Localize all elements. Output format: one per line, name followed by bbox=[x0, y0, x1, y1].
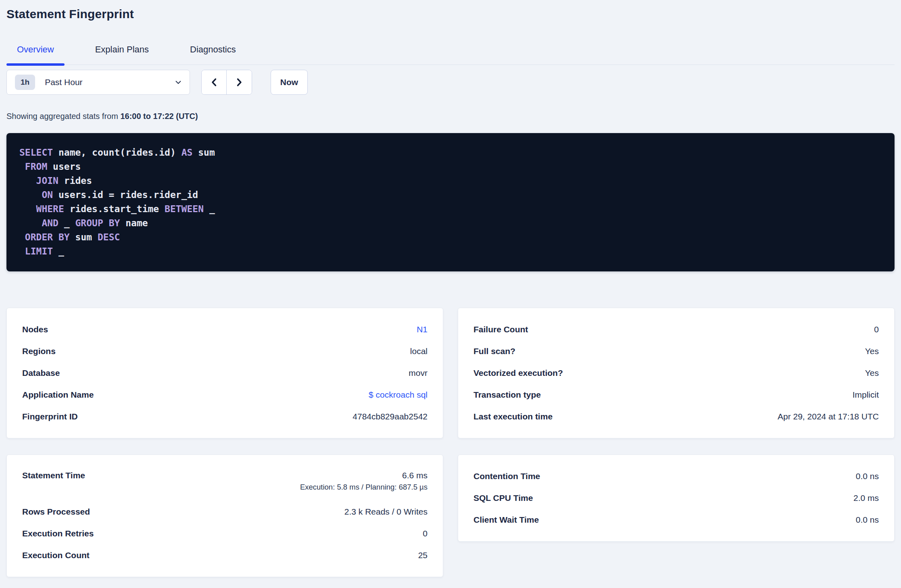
row-value-link[interactable]: $ cockroach sql bbox=[369, 390, 428, 400]
sql-line: JOIN rides bbox=[19, 174, 882, 188]
row-value: Apr 29, 2024 at 17:18 UTC bbox=[778, 412, 879, 421]
next-interval-button[interactable] bbox=[227, 70, 252, 94]
tab-bar: OverviewExplain PlansDiagnostics bbox=[6, 39, 895, 65]
card-row: Execution Retries0 bbox=[22, 523, 428, 544]
row-value-wrap: Yes bbox=[865, 368, 879, 378]
card-row: Failure Count0 bbox=[473, 319, 879, 340]
row-value-wrap: $ cockroach sql bbox=[369, 390, 428, 400]
card-row: Transaction typeImplicit bbox=[473, 384, 879, 406]
row-label: Last execution time bbox=[473, 412, 553, 421]
chevron-down-icon bbox=[175, 79, 181, 85]
card-row: Statement Time6.6 msExecution: 5.8 ms / … bbox=[22, 465, 428, 501]
time-range-label: Past Hour bbox=[45, 77, 175, 87]
row-value: Yes bbox=[865, 346, 879, 356]
card-row: Last execution timeApr 29, 2024 at 17:18… bbox=[473, 406, 879, 427]
card-row: Vectorized execution?Yes bbox=[473, 362, 879, 384]
row-label: Full scan? bbox=[473, 346, 515, 356]
time-controls: 1h Past Hour Now bbox=[6, 70, 895, 95]
tab-overview[interactable]: Overview bbox=[6, 39, 65, 65]
row-value-wrap: 4784cb829aab2542 bbox=[352, 412, 428, 421]
wait-times-card: Contention Time0.0 nsSQL CPU Time2.0 msC… bbox=[458, 455, 895, 542]
row-value-wrap: Apr 29, 2024 at 17:18 UTC bbox=[778, 412, 879, 421]
card-row: Fingerprint ID4784cb829aab2542 bbox=[22, 406, 428, 427]
row-value-wrap: Yes bbox=[865, 346, 879, 356]
row-label: Failure Count bbox=[473, 325, 528, 334]
sql-line: SELECT name, count(rides.id) AS sum bbox=[19, 146, 882, 160]
row-label: Rows Processed bbox=[22, 507, 90, 517]
sql-statement-block: SELECT name, count(rides.id) AS sum FROM… bbox=[6, 133, 895, 271]
chevron-right-icon bbox=[235, 77, 243, 87]
row-value-wrap: local bbox=[410, 346, 428, 356]
row-value: 0 bbox=[874, 325, 879, 334]
row-value-wrap: 2.0 ms bbox=[853, 493, 879, 503]
card-row: Client Wait Time0.0 ns bbox=[473, 509, 879, 531]
previous-interval-button[interactable] bbox=[202, 70, 227, 94]
summary-cards: NodesN1RegionslocalDatabasemovrApplicati… bbox=[6, 308, 895, 577]
row-value: 0.0 ns bbox=[856, 471, 879, 481]
row-value: 4784cb829aab2542 bbox=[352, 412, 428, 421]
row-label: Database bbox=[22, 368, 60, 378]
tab-explain-plans[interactable]: Explain Plans bbox=[85, 39, 159, 65]
time-range-select[interactable]: 1h Past Hour bbox=[6, 70, 190, 95]
chevron-left-icon bbox=[210, 77, 218, 87]
tab-diagnostics[interactable]: Diagnostics bbox=[179, 39, 246, 65]
sql-line: WHERE rides.start_time BETWEEN _ bbox=[19, 202, 882, 216]
sql-code: SELECT name, count(rides.id) AS sum FROM… bbox=[19, 146, 882, 259]
row-label: Transaction type bbox=[473, 390, 541, 400]
page-title: Statement Fingerprint bbox=[6, 6, 895, 21]
row-value: Yes bbox=[865, 368, 879, 378]
row-value-wrap: 2.3 k Reads / 0 Writes bbox=[344, 507, 428, 517]
row-value: 25 bbox=[418, 550, 428, 560]
row-label: Vectorized execution? bbox=[473, 368, 563, 378]
card-row: Rows Processed2.3 k Reads / 0 Writes bbox=[22, 501, 428, 523]
row-label: Regions bbox=[22, 346, 56, 356]
stats-line-prefix: Showing aggregated stats from bbox=[6, 112, 120, 121]
row-value-wrap: 0.0 ns bbox=[856, 471, 879, 481]
row-value-wrap: Implicit bbox=[853, 390, 879, 400]
card-row: Full scan?Yes bbox=[473, 340, 879, 362]
sql-line: AND _ GROUP BY name bbox=[19, 216, 882, 230]
row-value: local bbox=[410, 346, 428, 356]
row-label: Client Wait Time bbox=[473, 515, 539, 525]
row-label: Nodes bbox=[22, 325, 48, 334]
row-value-wrap: N1 bbox=[417, 325, 428, 334]
row-value: Implicit bbox=[853, 390, 879, 400]
sql-line: LIMIT _ bbox=[19, 244, 882, 259]
row-value: 0 bbox=[423, 529, 428, 538]
card-row: Regionslocal bbox=[22, 340, 428, 362]
row-value-wrap: 0 bbox=[423, 529, 428, 538]
time-step-buttons bbox=[201, 70, 252, 95]
row-label: Application Name bbox=[22, 390, 94, 400]
aggregated-stats-line: Showing aggregated stats from 16:00 to 1… bbox=[6, 112, 895, 121]
sql-line: ON users.id = rides.rider_id bbox=[19, 188, 882, 202]
now-button[interactable]: Now bbox=[271, 70, 308, 95]
statement-details-card: NodesN1RegionslocalDatabasemovrApplicati… bbox=[6, 308, 443, 438]
statement-fingerprint-page: Statement Fingerprint OverviewExplain Pl… bbox=[0, 0, 901, 588]
row-label: Statement Time bbox=[22, 471, 85, 480]
row-value-wrap: 0.0 ns bbox=[856, 515, 879, 525]
card-row: SQL CPU Time2.0 ms bbox=[473, 487, 879, 509]
row-value-wrap: movr bbox=[409, 368, 428, 378]
row-value-wrap: 25 bbox=[418, 550, 428, 560]
row-label: Contention Time bbox=[473, 471, 540, 481]
row-label: Execution Count bbox=[22, 550, 90, 560]
card-row: Databasemovr bbox=[22, 362, 428, 384]
card-row: Application Name$ cockroach sql bbox=[22, 384, 428, 406]
row-label: SQL CPU Time bbox=[473, 493, 533, 503]
row-subvalue: Execution: 5.8 ms / Planning: 687.5 µs bbox=[300, 483, 428, 492]
time-range-badge: 1h bbox=[15, 75, 35, 90]
sql-line: ORDER BY sum DESC bbox=[19, 230, 882, 244]
card-row: NodesN1 bbox=[22, 319, 428, 340]
row-value: 6.6 ms bbox=[300, 471, 428, 480]
row-value: 2.0 ms bbox=[853, 493, 879, 503]
stats-line-range: 16:00 to 17:22 (UTC) bbox=[120, 112, 198, 121]
execution-stats-card: Statement Time6.6 msExecution: 5.8 ms / … bbox=[6, 455, 443, 577]
statement-attributes-card: Failure Count0Full scan?YesVectorized ex… bbox=[458, 308, 895, 438]
row-value-link[interactable]: N1 bbox=[417, 325, 428, 334]
sql-line: FROM users bbox=[19, 160, 882, 174]
row-value: movr bbox=[409, 368, 428, 378]
row-label: Fingerprint ID bbox=[22, 412, 78, 421]
row-value-wrap: 6.6 msExecution: 5.8 ms / Planning: 687.… bbox=[300, 471, 428, 492]
card-row: Execution Count25 bbox=[22, 544, 428, 566]
row-label: Execution Retries bbox=[22, 529, 94, 538]
